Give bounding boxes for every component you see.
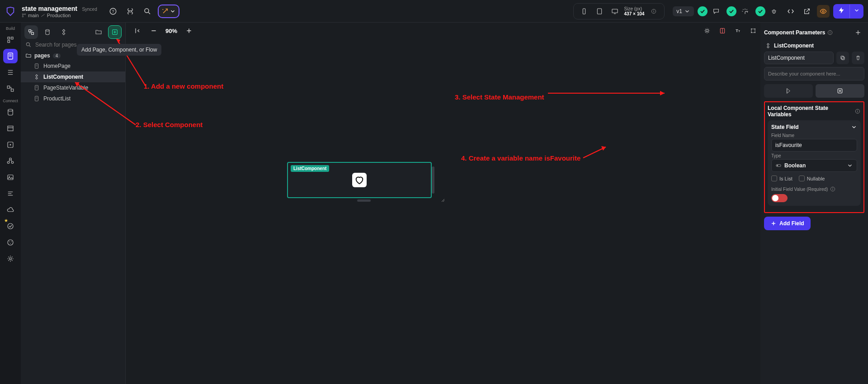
state-field-header[interactable]: State Field [771, 124, 857, 130]
svg-point-47 [11, 242, 12, 242]
preview-eye-icon[interactable] [817, 5, 830, 18]
svg-rect-10 [612, 9, 618, 13]
status-ok-1[interactable] [698, 6, 708, 16]
rail-tests-icon[interactable]: ★ [3, 219, 18, 233]
info-icon[interactable] [854, 108, 861, 114]
panel-tab-data[interactable] [41, 25, 54, 39]
page-icon [33, 85, 40, 91]
status-ok-2[interactable] [726, 6, 736, 16]
svg-rect-30 [11, 89, 14, 91]
status-ok-3[interactable] [755, 6, 765, 16]
rail-settings-icon[interactable] [3, 251, 18, 266]
run-button[interactable] [833, 4, 863, 19]
heart-widget[interactable] [352, 173, 367, 187]
chevron-down-icon [847, 162, 853, 169]
resize-handles-icon[interactable] [747, 24, 760, 37]
rail-cloud-icon[interactable] [3, 203, 18, 217]
command-icon[interactable] [123, 5, 137, 18]
rail-api-icon[interactable] [3, 154, 18, 168]
component-name-label: ListComponent [774, 43, 814, 49]
rail-widgets-icon[interactable] [3, 33, 18, 47]
chevron-down-icon [851, 124, 857, 130]
zoom-in-button[interactable] [183, 24, 195, 37]
rail-theme-icon[interactable] [3, 235, 18, 250]
svg-point-85 [830, 31, 830, 32]
rail-tree-icon[interactable] [3, 65, 18, 80]
annotation-3: 3. Select State Management [455, 93, 544, 101]
help-icon[interactable]: ? [106, 5, 120, 18]
component-scrollbar-v[interactable] [432, 166, 434, 194]
svg-point-44 [8, 223, 13, 229]
comment-icon[interactable] [709, 5, 723, 18]
svg-line-17 [772, 10, 772, 11]
tab-state-management[interactable] [816, 84, 864, 98]
component-name-input[interactable] [764, 52, 834, 64]
panel-tab-pages[interactable] [24, 25, 38, 39]
issues-icon[interactable] [738, 5, 752, 18]
canvas-options: TT [701, 24, 760, 37]
initial-value-toggle[interactable] [771, 194, 788, 202]
list-item[interactable]: PageStateVariable [21, 82, 125, 93]
svg-point-94 [857, 110, 858, 110]
rail-media-icon[interactable] [3, 170, 18, 185]
nullable-checkbox[interactable]: Nullable [799, 175, 825, 181]
resize-handle-icon[interactable] [441, 198, 445, 203]
svg-rect-88 [842, 57, 844, 60]
rail-firestore-icon[interactable] [3, 105, 18, 119]
list-item[interactable]: ListComponent [21, 71, 125, 82]
svg-line-18 [775, 10, 776, 11]
list-item[interactable]: ProductList [21, 93, 125, 104]
theme-mode-icon[interactable] [701, 24, 713, 37]
size-info-icon[interactable] [648, 5, 660, 17]
component-icon [33, 74, 40, 80]
rail-appstate-icon[interactable] [3, 137, 18, 152]
svg-rect-91 [839, 90, 841, 92]
annotation-1: 1. Add a new component [144, 82, 223, 90]
svg-point-77 [751, 28, 752, 29]
guides-icon[interactable] [716, 24, 729, 37]
component-header: ListComponent [765, 43, 863, 49]
tab-actions[interactable] [764, 84, 813, 98]
folder-button[interactable] [92, 25, 105, 39]
page-name: HomePage [43, 63, 71, 69]
bug-icon[interactable] [767, 5, 781, 18]
tablet-icon[interactable] [594, 5, 605, 17]
canvas-size: Size (px) 437 × 104 [624, 6, 645, 16]
rail-storyboard-icon[interactable] [3, 81, 18, 96]
state-field-card: State Field Field Name Type Boolean Is L… [768, 120, 861, 206]
delete-button[interactable] [852, 52, 864, 64]
initial-value-label: Initial Field Value (Required) [771, 187, 828, 192]
type-select[interactable]: Boolean [771, 159, 857, 172]
rail-pages-icon[interactable] [3, 49, 18, 63]
text-scale-icon[interactable]: TT [731, 24, 744, 37]
panel-tab-components[interactable] [57, 25, 71, 39]
info-icon[interactable] [827, 29, 833, 36]
rail-custom-icon[interactable] [3, 186, 18, 201]
info-icon[interactable] [830, 186, 836, 192]
component-description[interactable]: Describe your component here... [764, 67, 864, 81]
rail-datatypes-icon[interactable] [3, 121, 18, 136]
add-field-button[interactable]: Add Field [764, 217, 811, 230]
field-name-input[interactable] [771, 139, 857, 152]
collapse-panel-icon[interactable] [131, 24, 144, 37]
ai-tool-button[interactable] [158, 5, 179, 18]
copy-name-button[interactable] [836, 52, 849, 64]
svg-point-49 [9, 258, 12, 260]
project-name: state management [22, 5, 77, 12]
canvas-component[interactable]: ListComponent [287, 162, 441, 198]
code-view-icon[interactable] [784, 5, 797, 18]
zoom-out-button[interactable] [147, 24, 160, 37]
open-external-icon[interactable] [801, 5, 813, 18]
add-page-button[interactable] [108, 25, 122, 39]
version-selector[interactable]: v1 [673, 6, 694, 16]
is-list-checkbox[interactable]: Is List [771, 175, 793, 181]
list-item[interactable]: HomePage [21, 61, 125, 71]
page-icon [33, 63, 40, 69]
add-param-button[interactable] [852, 26, 864, 39]
component-scrollbar-h[interactable] [357, 199, 371, 202]
svg-point-46 [9, 242, 10, 242]
svg-text:T: T [738, 30, 740, 33]
desktop-icon[interactable] [609, 5, 621, 17]
mobile-icon[interactable] [578, 5, 590, 17]
top-search-icon[interactable] [141, 5, 154, 18]
